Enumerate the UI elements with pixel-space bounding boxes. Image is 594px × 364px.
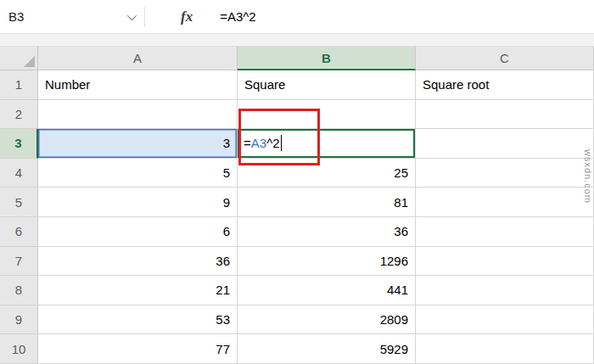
column-header-C[interactable]: C xyxy=(416,47,594,70)
cell-C5[interactable] xyxy=(416,188,594,217)
row-header-3[interactable]: 3 xyxy=(0,129,38,159)
row-header-2[interactable]: 2 xyxy=(0,100,38,130)
row-header-1[interactable]: 1 xyxy=(0,70,38,100)
cell-C2[interactable] xyxy=(416,100,594,130)
cell-B7[interactable]: 1296 xyxy=(238,247,416,277)
row-header-7[interactable]: 7 xyxy=(0,247,38,277)
sheet-row-9: 9532809 xyxy=(0,305,594,335)
sheet-row-2: 2 xyxy=(0,100,594,130)
grid-rows: 1NumberSquareSquare root233=A3^245255981… xyxy=(0,70,594,364)
cell-A1[interactable]: Number xyxy=(38,70,238,100)
cell-B4[interactable]: 25 xyxy=(238,159,416,188)
name-box[interactable]: B3 xyxy=(0,0,144,33)
cell-A9[interactable]: 53 xyxy=(38,305,238,335)
insert-function-icon[interactable]: fx xyxy=(181,8,193,25)
row-header-4[interactable]: 4 xyxy=(0,159,38,188)
row-header-9[interactable]: 9 xyxy=(0,305,38,335)
cell-C9[interactable] xyxy=(416,305,594,335)
cell-A3[interactable]: 3 xyxy=(38,129,238,159)
cell-C4[interactable] xyxy=(416,159,594,188)
cell-A6[interactable]: 6 xyxy=(38,217,238,247)
cell-A7[interactable]: 36 xyxy=(38,247,238,277)
formula-part: A3 xyxy=(251,136,266,150)
spreadsheet: ABC 1NumberSquareSquare root233=A3^24525… xyxy=(0,47,594,364)
watermark: wsxdn.com xyxy=(583,149,593,204)
sheet-row-10: 10775929 xyxy=(0,334,594,364)
sheet-row-1: 1NumberSquareSquare root xyxy=(0,70,594,100)
name-box-value: B3 xyxy=(8,9,24,24)
cell-C6[interactable] xyxy=(416,217,594,247)
text-cursor xyxy=(281,135,282,151)
sheet-row-3: 33=A3^2 xyxy=(0,129,594,159)
column-header-A[interactable]: A xyxy=(38,47,238,70)
cell-B2[interactable] xyxy=(238,100,416,130)
cell-B1[interactable]: Square xyxy=(238,70,416,100)
cell-C3[interactable] xyxy=(416,129,594,159)
column-header-row: ABC xyxy=(0,47,594,70)
row-header-8[interactable]: 8 xyxy=(0,276,38,305)
formula-part: = xyxy=(244,136,251,150)
cell-B8[interactable]: 441 xyxy=(238,276,416,305)
cell-A4[interactable]: 5 xyxy=(38,159,238,188)
name-box-dropdown-icon[interactable] xyxy=(127,10,137,20)
cell-B5[interactable]: 81 xyxy=(238,188,416,217)
toolbar-gap xyxy=(0,34,594,47)
column-header-B[interactable]: B xyxy=(238,47,416,70)
formula-bar-divider xyxy=(144,7,145,27)
row-header-6[interactable]: 6 xyxy=(0,217,38,247)
formula-bar: B3 fx =A3^2 xyxy=(0,0,594,34)
sheet-row-7: 7361296 xyxy=(0,247,594,277)
cell-A10[interactable]: 77 xyxy=(38,334,238,364)
sheet-row-5: 5981 xyxy=(0,188,594,217)
cell-C1[interactable]: Square root xyxy=(416,70,594,100)
cell-C10[interactable] xyxy=(416,334,594,364)
cell-A8[interactable]: 21 xyxy=(38,276,238,305)
cell-B10[interactable]: 5929 xyxy=(238,334,416,364)
formula-part: ^2 xyxy=(266,136,279,150)
cell-A2[interactable] xyxy=(38,100,238,130)
cell-B6[interactable]: 36 xyxy=(238,217,416,247)
cell-C8[interactable] xyxy=(416,276,594,305)
cell-B9[interactable]: 2809 xyxy=(238,305,416,335)
cell-A5[interactable]: 9 xyxy=(38,188,238,217)
select-all-corner[interactable] xyxy=(0,47,38,70)
row-header-5[interactable]: 5 xyxy=(0,188,38,217)
sheet-row-6: 6636 xyxy=(0,217,594,247)
row-header-10[interactable]: 10 xyxy=(0,334,38,364)
sheet-row-8: 821441 xyxy=(0,276,594,305)
sheet-row-4: 4525 xyxy=(0,159,594,188)
cell-C7[interactable] xyxy=(416,247,594,277)
select-all-triangle-icon xyxy=(24,56,35,67)
formula-input[interactable]: =A3^2 xyxy=(220,9,256,24)
cell-B3[interactable]: =A3^2 xyxy=(238,129,416,159)
